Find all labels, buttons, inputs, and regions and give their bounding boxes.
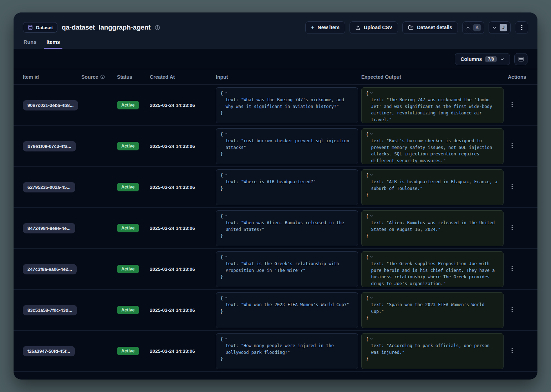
chevron-down-icon (492, 25, 497, 30)
tab-runs[interactable]: Runs (24, 39, 36, 49)
item-id-pill[interactable]: f26a3947-50fd-45f... (23, 346, 75, 356)
kebab-menu-icon (521, 25, 522, 30)
dataset-type-badge: Dataset (23, 22, 57, 33)
row-actions-kebab-icon[interactable] (511, 184, 513, 189)
status-badge: Active (117, 224, 139, 232)
input-json-cell[interactable]: { text: "What is The Greek's relationshi… (216, 251, 358, 287)
input-json-cell[interactable]: { text: "When was Alien: Romulus release… (216, 210, 358, 246)
expand-chevron-icon[interactable] (370, 214, 373, 217)
row-actions-kebab-icon[interactable] (511, 307, 513, 312)
expand-chevron-icon[interactable] (370, 173, 373, 176)
row-actions-kebab-icon[interactable] (511, 225, 513, 230)
table-row: 62795235-002a-45... Active 2025-03-24 14… (14, 167, 537, 208)
input-json-text: text: "rust borrow checker prevent sql i… (226, 138, 354, 151)
header-input[interactable]: Input (216, 74, 361, 80)
input-json-text: text: "What is The Greek's relationship … (226, 261, 354, 274)
expected-output-json-text: text: "ATR is headquartered in Blagnac, … (371, 179, 499, 192)
expected-output-json-text: text: "Alien: Romulus was released in th… (371, 220, 499, 233)
expand-chevron-icon[interactable] (370, 91, 373, 94)
upload-icon (355, 25, 361, 30)
header-expected-output[interactable]: Expected Output (361, 74, 508, 80)
item-id-pill[interactable]: 247c3f8a-ea06-4e2... (23, 264, 77, 274)
expand-chevron-icon[interactable] (224, 214, 228, 217)
expected-output-json-cell[interactable]: { text: "The Boeing 747 was nicknamed th… (361, 87, 504, 123)
item-id-pill[interactable]: 90e7c021-3eba-4b8... (23, 100, 78, 110)
created-at: 2025-03-24 14:33:06 (150, 267, 216, 272)
next-item-button[interactable]: J (489, 21, 511, 34)
table-row: b79e1f09-07c3-4fa... Active 2025-03-24 1… (14, 126, 537, 167)
status-badge: Active (117, 347, 139, 355)
expected-output-json-text: text: "Rust's borrow checker is designed… (371, 138, 499, 164)
expected-output-json-text: text: "The Greek supplies Proposition Jo… (371, 261, 499, 287)
dataset-badge-label: Dataset (36, 25, 53, 30)
page-title: qa-dataset_langgraph-agent (62, 24, 150, 31)
database-icon (27, 25, 33, 30)
status-badge: Active (117, 101, 139, 109)
items-table-section: Columns 7/8 Item id Source (14, 49, 537, 372)
columns-label: Columns (460, 56, 482, 62)
expand-chevron-icon[interactable] (224, 255, 228, 258)
expected-output-json-cell[interactable]: { text: "ATR is headquartered in Blagnac… (361, 169, 504, 205)
expand-chevron-icon[interactable] (370, 337, 373, 340)
expand-chevron-icon[interactable] (224, 132, 228, 135)
expand-chevron-icon[interactable] (224, 337, 228, 340)
expand-chevron-icon[interactable] (224, 91, 228, 94)
new-item-label: New item (318, 25, 340, 30)
header-more-menu-button[interactable] (515, 21, 528, 34)
item-id-pill[interactable]: 84724984-8e9e-4e... (23, 223, 75, 233)
chevron-down-icon (500, 57, 504, 61)
info-icon (100, 74, 105, 79)
columns-count-badge: 7/8 (485, 56, 497, 62)
expected-output-json-cell[interactable]: { text: "Spain won the 2023 FIFA Women's… (361, 292, 504, 328)
dataset-details-button[interactable]: Dataset details (402, 21, 458, 34)
row-actions-kebab-icon[interactable] (511, 348, 513, 353)
input-json-text: text: "When was Alien: Romulus released … (226, 220, 354, 233)
expected-output-json-cell[interactable]: { text: "Alien: Romulus was released in … (361, 210, 504, 246)
table-row: 247c3f8a-ea06-4e2... Active 2025-03-24 1… (14, 249, 537, 290)
expand-chevron-icon[interactable] (224, 173, 228, 176)
created-at: 2025-03-24 14:33:06 (150, 308, 216, 313)
row-actions-kebab-icon[interactable] (511, 266, 513, 271)
tab-items[interactable]: Items (46, 39, 60, 49)
status-badge: Active (117, 306, 139, 314)
table-row: 84724984-8e9e-4e... Active 2025-03-24 14… (14, 208, 537, 249)
row-height-button[interactable] (514, 53, 527, 65)
header-source[interactable]: Source (81, 74, 117, 80)
columns-selector-button[interactable]: Columns 7/8 (455, 53, 510, 65)
created-at: 2025-03-24 14:33:06 (150, 226, 216, 231)
item-id-pill[interactable]: 83c51a58-7f0c-43d... (23, 305, 77, 315)
expected-output-json-text: text: "The Boeing 747 was nicknamed the … (371, 97, 499, 123)
table-header-row: Item id Source Status Created At Input E… (14, 69, 537, 85)
input-json-cell[interactable]: { text: "Where is ATR headquartered?" } (216, 169, 358, 205)
upload-csv-button[interactable]: Upload CSV (350, 21, 398, 34)
new-item-button[interactable]: + New item (305, 21, 345, 34)
row-actions-kebab-icon[interactable] (511, 102, 513, 107)
info-icon[interactable] (155, 25, 160, 30)
expected-output-json-cell[interactable]: { text: "According to park officials, on… (361, 333, 504, 369)
status-badge: Active (117, 183, 139, 191)
expected-output-json-cell[interactable]: { text: "Rust's borrow checker is design… (361, 128, 504, 164)
table-toolbar: Columns 7/8 (14, 49, 537, 69)
chevron-up-icon (466, 25, 470, 30)
table-rows-icon (518, 56, 524, 62)
input-json-cell[interactable]: { text: "What was the Boeing 747's nickn… (216, 87, 358, 123)
item-id-pill[interactable]: 62795235-002a-45... (23, 182, 75, 192)
header-status[interactable]: Status (117, 74, 150, 80)
created-at: 2025-03-24 14:33:06 (150, 349, 216, 354)
item-id-pill[interactable]: b79e1f09-07c3-4fa... (23, 141, 76, 151)
expand-chevron-icon[interactable] (370, 296, 373, 299)
previous-item-button[interactable]: K (462, 21, 484, 34)
input-json-cell[interactable]: { text: "rust borrow checker prevent sql… (216, 128, 358, 164)
input-json-cell[interactable]: { text: "How many people were injured in… (216, 333, 358, 369)
expected-output-json-text: text: "According to park officials, one … (371, 342, 499, 356)
created-at: 2025-03-24 14:33:06 (150, 103, 216, 108)
expected-output-json-cell[interactable]: { text: "The Greek supplies Proposition … (361, 251, 504, 287)
expand-chevron-icon[interactable] (370, 255, 373, 258)
header-item-id[interactable]: Item id (23, 74, 81, 80)
row-actions-kebab-icon[interactable] (511, 143, 513, 148)
header-created-at[interactable]: Created At (150, 74, 216, 80)
expand-chevron-icon[interactable] (370, 132, 373, 135)
expand-chevron-icon[interactable] (224, 296, 228, 299)
input-json-cell[interactable]: { text: "Who won the 2023 FIFA Women's W… (216, 292, 358, 328)
table-row: 90e7c021-3eba-4b8... Active 2025-03-24 1… (14, 85, 537, 126)
